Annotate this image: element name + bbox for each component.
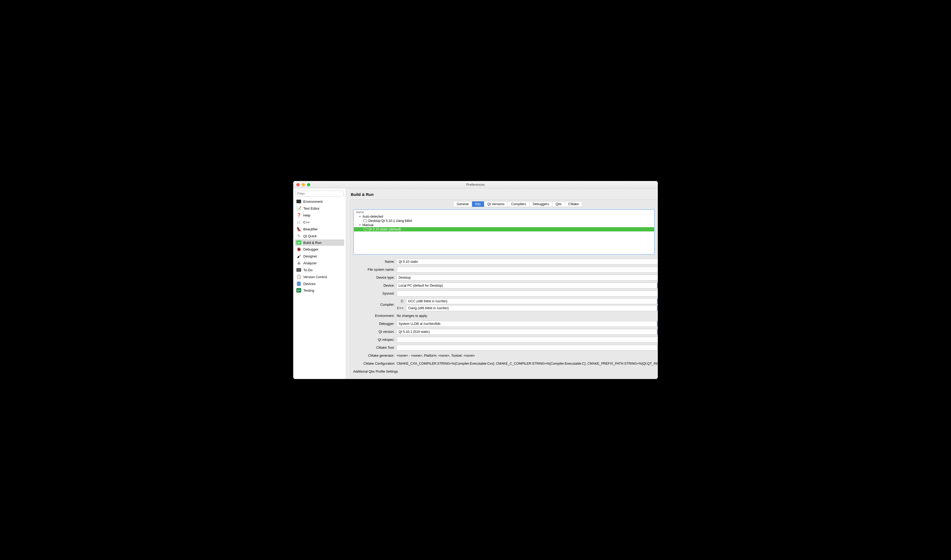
preferences-window: Preferences Environment 📝Text Editor ❓He… bbox=[293, 181, 658, 379]
sidebar-item-label: Environment bbox=[303, 200, 323, 203]
fs-name-input[interactable] bbox=[397, 267, 658, 272]
cmake-tool-label: CMake Tool: bbox=[353, 346, 395, 349]
disclosure-icon: ▼ bbox=[359, 224, 362, 226]
sidebar-item-debugger[interactable]: 🐞Debugger bbox=[295, 246, 344, 253]
devices-icon bbox=[296, 282, 301, 286]
tab-debuggers[interactable]: Debuggers bbox=[529, 202, 552, 207]
compiler-label: Compiler: bbox=[353, 303, 395, 306]
select-arrows-icon: ▲▼ bbox=[657, 306, 658, 311]
cmake-config-text: CMAKE_CXX_COMPILER:STRING=%{Compiler:Exe… bbox=[397, 362, 658, 365]
todo-icon bbox=[296, 268, 301, 272]
tree-group-label: Manual bbox=[362, 223, 373, 227]
name-label: Name: bbox=[353, 260, 395, 263]
cmake-generator-text: <none> - <none>, Platform: <none>, Tools… bbox=[397, 354, 658, 357]
desktop-icon bbox=[363, 220, 367, 222]
sidebar-item-version-control[interactable]: 📋Version Control bbox=[295, 273, 344, 280]
designer-icon: 🖌 bbox=[296, 254, 301, 258]
debugger-icon: 🐞 bbox=[296, 247, 301, 252]
tree-item-manual-kit[interactable]: Qt 5.10 static (default) bbox=[354, 227, 654, 231]
content-area: Build & Run General Kits Qt Versions Com… bbox=[346, 188, 658, 379]
sidebar-item-cpp[interactable]: { }C++ bbox=[295, 219, 344, 226]
compiler-cxx-value: Clang (x86 64bit in /usr/bin) bbox=[408, 306, 449, 310]
qt-version-select[interactable]: Qt 5.10.1 (510-static)▲▼ bbox=[397, 329, 658, 335]
sidebar-item-label: Build & Run bbox=[303, 241, 322, 245]
sysroot-label: Sysroot: bbox=[353, 292, 395, 295]
qt-version-label: Qt version: bbox=[353, 330, 395, 334]
filter-input[interactable] bbox=[295, 191, 344, 196]
tree-item-label: Desktop Qt 5.10.1 clang 64bit bbox=[368, 219, 412, 223]
environment-text: No changes to apply. bbox=[397, 314, 658, 318]
select-arrows-icon: ▲▼ bbox=[657, 283, 658, 288]
name-input[interactable] bbox=[397, 259, 658, 265]
cmake-tool-select[interactable]: ▲▼ bbox=[397, 345, 658, 351]
titlebar: Preferences bbox=[293, 181, 658, 188]
segmented-tabs: General Kits Qt Versions Compilers Debug… bbox=[453, 201, 582, 207]
tabs-row: General Kits Qt Versions Compilers Debug… bbox=[353, 201, 658, 207]
sidebar-item-label: Analyzer bbox=[303, 261, 317, 265]
sidebar-item-label: Beautifier bbox=[303, 227, 318, 231]
sidebar-item-label: Debugger bbox=[303, 247, 319, 251]
sidebar-item-build-run[interactable]: QtBuild & Run bbox=[295, 239, 344, 246]
qt-version-value: Qt 5.10.1 (510-static) bbox=[399, 330, 429, 334]
qt-mkspec-input[interactable] bbox=[397, 337, 658, 343]
sidebar-item-designer[interactable]: 🖌Designer bbox=[295, 253, 344, 260]
device-select[interactable]: Local PC (default for Desktop)▲▼ bbox=[397, 283, 658, 289]
window-title: Preferences bbox=[293, 183, 658, 186]
qt-mkspec-label: Qt mkspec: bbox=[353, 338, 395, 342]
sidebar-item-qt-quick[interactable]: ✎Qt Quick bbox=[295, 232, 344, 239]
compiler-c-value: GCC (x86 64bit in /usr/bin) bbox=[408, 299, 447, 303]
device-type-select[interactable]: Desktop▲▼ bbox=[397, 275, 658, 280]
select-arrows-icon: ▲▼ bbox=[657, 321, 658, 326]
tab-qt-versions[interactable]: Qt Versions bbox=[484, 202, 508, 207]
tree-item-label: Qt 5.10 static (default) bbox=[368, 228, 401, 231]
sidebar-item-todo[interactable]: To-Do bbox=[295, 266, 344, 273]
cpp-icon: { } bbox=[296, 220, 301, 225]
sysroot-input[interactable] bbox=[397, 291, 658, 297]
qbs-profile-label: Additional Qbs Profile Settings bbox=[353, 370, 398, 374]
sidebar-item-label: Devices bbox=[303, 282, 315, 286]
device-type-label: Device type: bbox=[353, 276, 395, 280]
environment-icon bbox=[296, 199, 301, 204]
disclosure-icon: ▼ bbox=[359, 215, 362, 218]
tree-header-name: Name bbox=[354, 210, 654, 214]
version-control-icon: 📋 bbox=[296, 274, 301, 279]
compiler-cxx-label: C++: bbox=[397, 306, 404, 310]
tab-general[interactable]: General bbox=[454, 202, 472, 207]
sidebar-item-label: Qt Quick bbox=[303, 234, 317, 238]
sidebar-item-help[interactable]: ❓Help bbox=[295, 212, 344, 219]
desktop-icon bbox=[363, 228, 367, 231]
beautifier-icon: 👠 bbox=[296, 227, 301, 231]
page-title: Build & Run bbox=[350, 192, 658, 197]
select-arrows-icon: ▲▼ bbox=[657, 298, 658, 304]
tree-item-auto-kit[interactable]: Desktop Qt 5.10.1 clang 64bit bbox=[354, 219, 654, 223]
environment-label: Environment: bbox=[353, 314, 395, 318]
sidebar-item-label: To-Do bbox=[303, 268, 312, 272]
sidebar-item-environment[interactable]: Environment bbox=[295, 198, 344, 205]
tab-qbs[interactable]: Qbs bbox=[552, 202, 565, 207]
sidebar-item-label: Text Editor bbox=[303, 206, 320, 211]
tab-kits[interactable]: Kits bbox=[472, 202, 484, 207]
sidebar: Environment 📝Text Editor ❓Help { }C++ 👠B… bbox=[293, 188, 346, 379]
tree-group-manual[interactable]: ▼Manual bbox=[354, 223, 654, 227]
sidebar-item-devices[interactable]: Devices bbox=[295, 280, 344, 287]
build-run-icon: Qt bbox=[296, 240, 301, 245]
device-value: Local PC (default for Desktop) bbox=[399, 284, 443, 288]
debugger-select[interactable]: System LLDB at /usr/bin/lldb▲▼ bbox=[397, 321, 658, 327]
sidebar-item-beautifier[interactable]: 👠Beautifier bbox=[295, 226, 344, 232]
tab-compilers[interactable]: Compilers bbox=[508, 202, 529, 207]
sidebar-item-testing[interactable]: QATesting bbox=[295, 287, 344, 294]
cmake-generator-label: CMake generator: bbox=[353, 354, 395, 357]
sidebar-item-text-editor[interactable]: 📝Text Editor bbox=[295, 205, 344, 212]
text-editor-icon: 📝 bbox=[296, 206, 301, 211]
tab-cmake[interactable]: CMake bbox=[565, 202, 582, 207]
kits-tree[interactable]: Name ▼Auto-detected Desktop Qt 5.10.1 cl… bbox=[353, 209, 655, 255]
sidebar-item-label: Help bbox=[303, 213, 311, 217]
compiler-cxx-select[interactable]: Clang (x86 64bit in /usr/bin)▲▼ bbox=[406, 305, 658, 311]
compiler-c-label: C: bbox=[397, 299, 404, 303]
tree-group-auto-detected[interactable]: ▼Auto-detected bbox=[354, 214, 654, 219]
sidebar-item-label: Designer bbox=[303, 254, 317, 258]
sidebar-item-analyzer[interactable]: ◉Analyzer bbox=[295, 260, 344, 266]
sidebar-item-label: Testing bbox=[303, 289, 314, 292]
device-type-value: Desktop bbox=[399, 276, 411, 280]
compiler-c-select[interactable]: GCC (x86 64bit in /usr/bin)▲▼ bbox=[406, 298, 658, 304]
